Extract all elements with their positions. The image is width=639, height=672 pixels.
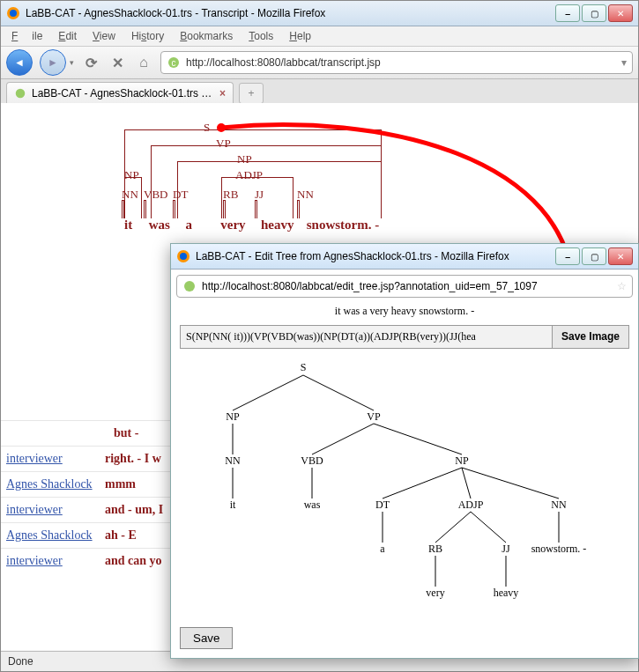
speaker-link[interactable]: Agnes Shacklock [6, 477, 93, 491]
leaf-snowstorm[interactable]: snowstorm. - [531, 543, 587, 556]
popup-title: LaBB-CAT - Edit Tree from AgnesShacklock… [196, 250, 555, 262]
minimize-button[interactable]: ‒ [555, 4, 580, 22]
utterance-text[interactable]: mmm [105, 477, 136, 491]
utterance-text[interactable]: ah - E [105, 528, 137, 543]
popup-close-button[interactable]: ✕ [608, 247, 633, 265]
menu-help[interactable]: Help [282, 28, 318, 44]
speaker-link[interactable]: interviewer [6, 503, 63, 516]
firefox-icon [6, 6, 20, 20]
svg-line-21 [471, 512, 506, 543]
svg-point-8 [184, 281, 195, 292]
save-button[interactable]: Save [180, 627, 233, 649]
main-window: LaBB-CAT - AgnesShacklock-01.trs - Trans… [0, 0, 639, 672]
utterance-text[interactable]: but - [114, 426, 138, 440]
word-heavy[interactable]: heavy [261, 218, 303, 233]
tab-close-icon[interactable]: × [219, 87, 226, 100]
menu-edit[interactable]: Edit [51, 28, 84, 44]
leaf-very[interactable]: very [426, 587, 444, 600]
menu-view[interactable]: View [85, 28, 123, 44]
main-titlebar: LaBB-CAT - AgnesShacklock-01.trs - Trans… [1, 1, 638, 26]
word-snowstorm[interactable]: snowstorm. - [307, 218, 380, 233]
dropdown-icon[interactable]: ▾ [621, 56, 627, 69]
new-tab-button[interactable]: + [239, 83, 264, 104]
back-button[interactable]: ◄ [6, 49, 33, 76]
node-nn[interactable]: NN [225, 454, 240, 468]
sentence-text: it was a very heavy snowstorm. - [171, 305, 638, 318]
maximize-button[interactable]: ▢ [582, 4, 606, 22]
leaf-it[interactable]: it [230, 498, 236, 512]
utterance-text[interactable]: and - um, I [105, 503, 163, 517]
svg-line-16 [383, 468, 462, 498]
svg-point-7 [180, 253, 187, 260]
leaf-a[interactable]: a [380, 543, 384, 556]
node-rb[interactable]: RB [428, 543, 442, 556]
speaker-link[interactable]: interviewer [6, 452, 63, 465]
save-image-button[interactable]: Save Image [552, 326, 628, 348]
word-was[interactable]: was [149, 218, 182, 233]
svg-line-9 [233, 375, 303, 410]
utterance-text[interactable]: and can yo [105, 554, 162, 568]
node-s[interactable]: S [301, 361, 307, 374]
leaf-was[interactable]: was [304, 498, 321, 512]
site-icon [182, 279, 197, 293]
site-icon: c [167, 55, 181, 70]
svg-text:c: c [172, 58, 176, 68]
popup-maximize-button[interactable]: ▢ [582, 247, 606, 265]
pt-vp: VP [216, 137, 231, 151]
menu-bar: File Edit View History Bookmarks Tools H… [1, 26, 638, 47]
speaker-link[interactable]: interviewer [6, 554, 63, 567]
popup-url-bar[interactable]: http://localhost:8080/labbcat/edit_tree.… [176, 275, 633, 298]
bookmark-star-icon[interactable]: ☆ [617, 280, 627, 292]
menu-file[interactable]: File [4, 28, 49, 44]
popup-window: LaBB-CAT - Edit Tree from AgnesShacklock… [170, 243, 639, 659]
menu-bookmarks[interactable]: Bookmarks [173, 28, 240, 44]
node-np2[interactable]: NP [455, 454, 468, 468]
svg-line-17 [462, 468, 471, 498]
status-text: Done [8, 655, 33, 668]
speaker-link[interactable]: Agnes Shacklock [6, 528, 93, 542]
word-very[interactable]: very [220, 218, 257, 233]
forward-button[interactable]: ► [40, 49, 66, 76]
node-nn2[interactable]: NN [551, 498, 566, 512]
red-word-row: it was a very heavy snowstorm. - [124, 218, 379, 233]
node-vp[interactable]: VP [367, 410, 380, 424]
tab-label: LaBB-CAT - AgnesShacklock-01.trs - ... [32, 87, 214, 100]
history-dropdown-icon[interactable]: ▾ [70, 58, 74, 67]
leaf-heavy[interactable]: heavy [494, 587, 519, 600]
menu-history[interactable]: History [124, 28, 171, 44]
tab-transcript[interactable]: LaBB-CAT - AgnesShacklock-01.trs - ... × [6, 82, 234, 104]
svg-line-20 [435, 512, 471, 543]
home-button[interactable]: ⌂ [134, 53, 153, 72]
svg-point-4 [16, 89, 26, 99]
popup-minimize-button[interactable]: ‒ [555, 247, 580, 265]
stop-button[interactable]: ✕ [108, 53, 127, 72]
word-a[interactable]: a [186, 218, 204, 233]
tab-strip: LaBB-CAT - AgnesShacklock-01.trs - ... ×… [1, 79, 638, 105]
firefox-icon [176, 249, 190, 263]
node-jj[interactable]: JJ [502, 543, 509, 556]
expression-row: S(NP(NN( it)))(VP(VBD(was))(NP(DT(a))(AD… [180, 325, 629, 349]
url-text: http://localhost:8080/labbcat/transcript… [186, 56, 616, 69]
close-button[interactable]: ✕ [608, 4, 633, 22]
window-buttons: ‒ ▢ ✕ [555, 4, 633, 22]
pt-vbd: VBD [144, 188, 167, 202]
tree-expression-input[interactable]: S(NP(NN( it)))(VP(VBD(was))(NP(DT(a))(AD… [181, 326, 552, 348]
utterance-text[interactable]: right. - I w [105, 452, 161, 466]
node-vbd[interactable]: VBD [301, 454, 323, 468]
popup-url-text: http://localhost:8080/labbcat/edit_tree.… [202, 280, 612, 292]
syntax-tree: S NP VP NN VBD NP it was DT ADJP NN a RB… [171, 349, 638, 613]
node-adjp[interactable]: ADJP [458, 498, 484, 512]
url-bar[interactable]: c http://localhost:8080/labbcat/transcri… [160, 51, 633, 74]
node-dt[interactable]: DT [375, 498, 390, 512]
word-it[interactable]: it [124, 218, 145, 233]
main-window-title: LaBB-CAT - AgnesShacklock-01.trs - Trans… [26, 7, 555, 19]
node-np[interactable]: NP [226, 410, 239, 424]
tab-favicon [14, 87, 26, 100]
svg-line-13 [374, 424, 462, 454]
pt-np-top: NP [237, 152, 252, 166]
menu-tools[interactable]: Tools [241, 28, 280, 44]
pt-s: S [204, 121, 210, 135]
reload-button[interactable]: ⟳ [81, 53, 100, 72]
svg-point-1 [10, 10, 17, 17]
navigation-toolbar: ◄ ► ▾ ⟳ ✕ ⌂ c http://localhost:8080/labb… [1, 47, 638, 79]
